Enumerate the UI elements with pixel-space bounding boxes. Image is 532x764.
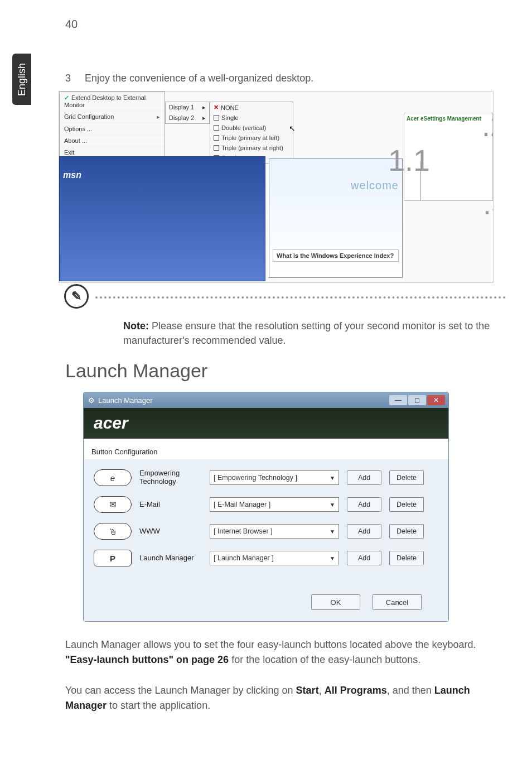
lm-header: acer Button Configuration <box>84 408 448 459</box>
keycap-p: P <box>94 550 132 566</box>
note-divider-row: ✎ <box>65 286 506 309</box>
welcome-center-thumb: welcome What is the Windows Experience I… <box>269 158 403 278</box>
step-number: 3 <box>65 73 82 84</box>
acer-logo: acer <box>94 414 128 433</box>
key-label-email: E-Mail <box>139 501 202 509</box>
delete-button-empowering[interactable]: Delete <box>389 470 424 485</box>
key-label-www: WWW <box>139 527 202 536</box>
step-text: Enjoy the convenience of a well-organize… <box>85 73 313 84</box>
combo-value: [ Launch Manager ] <box>214 554 274 562</box>
lm-row-www: 🖱 WWW [ Internet Browser ] ▼ Add Delete <box>94 523 438 540</box>
lm-body: e Empowering Technology [ Empowering Tec… <box>84 459 448 582</box>
lm-row-launchmgr: P Launch Manager [ Launch Manager ] ▼ Ad… <box>94 550 438 566</box>
delete-button-email[interactable]: Delete <box>389 497 424 512</box>
easy-launch-ref: "Easy-launch buttons" on page 26 <box>65 654 229 665</box>
menu-grid-single[interactable]: Single <box>210 113 293 123</box>
lm-row-email: ✉ E-Mail [ E-Mail Manager ] ▼ Add Delete <box>94 496 438 513</box>
annotation-2: .2 <box>482 108 494 143</box>
layout-single-icon <box>214 115 219 121</box>
menu-display-2[interactable]: Display 2▸ <box>166 113 209 123</box>
check-icon: ✓ <box>64 94 69 101</box>
key-label-launchmgr: Launch Manager <box>139 554 202 563</box>
annotation-3: .3 <box>483 186 494 221</box>
menu-extend-desktop[interactable]: ✓Extend Desktop to External Monitor <box>60 92 165 111</box>
keycap-email: ✉ <box>94 496 132 513</box>
combo-value: [ Internet Browser ] <box>214 527 273 535</box>
step-line: 3 Enjoy the convenience of a well-organi… <box>65 73 506 84</box>
key-label-empowering: Empowering Technology <box>139 469 202 486</box>
menu-grid-double-vertical[interactable]: Double (vertical) <box>210 123 293 133</box>
chevron-right-icon: ▸ <box>157 113 160 121</box>
annotation-line <box>420 161 421 200</box>
wei-question: What is the Windows Experience Index? <box>273 249 399 262</box>
combo-launchmgr[interactable]: [ Launch Manager ] ▼ <box>210 551 339 565</box>
delete-button-www[interactable]: Delete <box>389 524 424 539</box>
combo-www[interactable]: [ Internet Browser ] ▼ <box>210 524 339 539</box>
note-icon: ✎ <box>64 284 89 309</box>
chevron-down-icon: ▼ <box>330 475 335 481</box>
add-button-www[interactable]: Add <box>347 524 381 539</box>
combo-empowering[interactable]: [ Empowering Technology ] ▼ <box>210 470 339 485</box>
launch-manager-window: ⚙ Launch Manager — ◻ ✕ acer Button Confi… <box>83 392 449 622</box>
lm-row-empowering: e Empowering Technology [ Empowering Tec… <box>94 469 438 486</box>
menu-grid-triple-right[interactable]: Triple (primary at right) <box>210 143 293 153</box>
context-menu: ✓Extend Desktop to External Monitor Grid… <box>59 92 165 159</box>
x-icon: ✕ <box>214 104 219 111</box>
gridvista-screenshot: ✓Extend Desktop to External Monitor Grid… <box>59 91 494 283</box>
add-button-email[interactable]: Add <box>347 497 381 512</box>
chevron-right-icon: ▸ <box>202 114 206 122</box>
combo-value: [ E-Mail Manager ] <box>214 501 270 508</box>
lm-window-title: Launch Manager <box>98 396 153 405</box>
combo-value: [ Empowering Technology ] <box>214 474 297 482</box>
add-button-launchmgr[interactable]: Add <box>347 551 381 565</box>
ok-button[interactable]: OK <box>311 594 360 610</box>
language-tab: English <box>12 54 31 105</box>
note-label: Note: <box>123 320 149 331</box>
menu-display-1[interactable]: Display 1▸ <box>166 102 209 113</box>
paragraph-1: Launch Manager allows you to set the fou… <box>65 637 506 667</box>
close-button[interactable]: ✕ <box>427 395 445 405</box>
maximize-button[interactable]: ◻ <box>408 395 426 405</box>
welcome-label: welcome <box>351 179 399 192</box>
grid-layout-submenu: ✕NONE Single Double (vertical) Triple (p… <box>210 102 293 164</box>
dotted-divider <box>95 296 506 299</box>
lm-titlebar: ⚙ Launch Manager — ◻ ✕ <box>84 392 448 408</box>
keycap-empowering: e <box>94 469 132 486</box>
chevron-down-icon: ▼ <box>330 502 335 508</box>
msn-window-thumb: msn <box>59 156 265 281</box>
menu-grid-configuration[interactable]: Grid Configuration▸ <box>60 111 165 123</box>
chevron-right-icon: ▸ <box>202 104 206 111</box>
keycap-www: 🖱 <box>94 523 132 540</box>
lm-footer: OK Cancel <box>84 582 448 621</box>
button-configuration-label: Button Configuration <box>91 448 158 456</box>
layout-triple-left-icon <box>214 135 219 141</box>
page-number: 40 <box>65 18 78 31</box>
msn-logo: msn <box>63 170 81 180</box>
app-icon: ⚙ <box>88 396 95 405</box>
cursor-icon: ↖ <box>289 124 296 133</box>
display-submenu: Display 1▸ Display 2▸ <box>165 102 210 124</box>
combo-email[interactable]: [ E-Mail Manager ] ▼ <box>210 497 339 512</box>
note-body: Please ensure that the resolution settin… <box>123 320 490 346</box>
paragraph-2: You can access the Launch Manager by cli… <box>65 683 506 713</box>
menu-about[interactable]: About ... <box>60 135 165 147</box>
annotation-1-1: 1.1 <box>388 143 430 177</box>
menu-options[interactable]: Options ... <box>60 123 165 135</box>
launch-manager-heading: Launch Manager <box>65 360 506 382</box>
chevron-down-icon: ▼ <box>330 555 335 561</box>
layout-double-icon <box>214 125 219 131</box>
menu-grid-none[interactable]: ✕NONE <box>210 102 293 113</box>
chevron-down-icon: ▼ <box>330 528 335 535</box>
delete-button-launchmgr[interactable]: Delete <box>389 551 424 565</box>
acer-esettings-title: Acer eSettings Management <box>407 116 490 122</box>
layout-triple-right-icon <box>214 145 219 151</box>
add-button-empowering[interactable]: Add <box>347 470 381 485</box>
menu-grid-triple-left[interactable]: Triple (primary at left) <box>210 133 293 143</box>
minimize-button[interactable]: — <box>389 395 407 405</box>
cancel-button[interactable]: Cancel <box>373 594 422 610</box>
note-text: Note: Please ensure that the resolution … <box>123 319 506 348</box>
